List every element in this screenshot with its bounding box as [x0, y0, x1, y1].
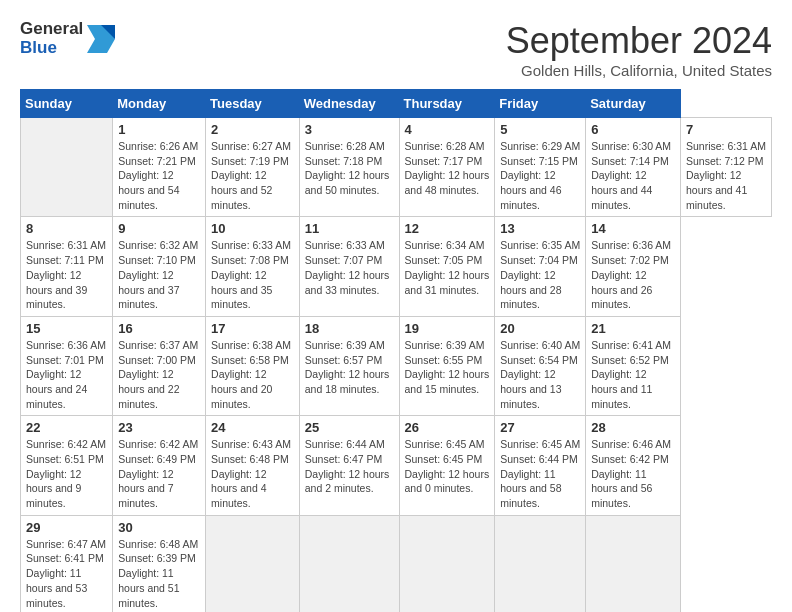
table-row: 4Sunrise: 6:28 AMSunset: 7:17 PMDaylight… [399, 118, 495, 217]
col-thursday: Thursday [399, 90, 495, 118]
day-detail: Sunrise: 6:48 AMSunset: 6:39 PMDaylight:… [118, 537, 200, 610]
day-detail: Sunrise: 6:36 AMSunset: 7:01 PMDaylight:… [26, 338, 107, 411]
day-number: 1 [118, 122, 200, 137]
day-detail: Sunrise: 6:40 AMSunset: 6:54 PMDaylight:… [500, 338, 580, 411]
table-row: 20Sunrise: 6:40 AMSunset: 6:54 PMDayligh… [495, 316, 586, 415]
day-number: 15 [26, 321, 107, 336]
day-detail: Sunrise: 6:39 AMSunset: 6:55 PMDaylight:… [405, 338, 490, 397]
day-detail: Sunrise: 6:44 AMSunset: 6:47 PMDaylight:… [305, 437, 394, 496]
table-row: 12Sunrise: 6:34 AMSunset: 7:05 PMDayligh… [399, 217, 495, 316]
col-friday: Friday [495, 90, 586, 118]
day-detail: Sunrise: 6:45 AMSunset: 6:44 PMDaylight:… [500, 437, 580, 510]
table-row: 28Sunrise: 6:46 AMSunset: 6:42 PMDayligh… [586, 416, 681, 515]
day-detail: Sunrise: 6:46 AMSunset: 6:42 PMDaylight:… [591, 437, 675, 510]
day-detail: Sunrise: 6:41 AMSunset: 6:52 PMDaylight:… [591, 338, 675, 411]
table-row: 6Sunrise: 6:30 AMSunset: 7:14 PMDaylight… [586, 118, 681, 217]
calendar-week-row: 8Sunrise: 6:31 AMSunset: 7:11 PMDaylight… [21, 217, 772, 316]
day-number: 28 [591, 420, 675, 435]
table-row: 13Sunrise: 6:35 AMSunset: 7:04 PMDayligh… [495, 217, 586, 316]
page-header: General Blue September 2024 Golden Hills… [20, 20, 772, 79]
col-monday: Monday [113, 90, 206, 118]
table-row: 2Sunrise: 6:27 AMSunset: 7:19 PMDaylight… [206, 118, 300, 217]
table-row: 30Sunrise: 6:48 AMSunset: 6:39 PMDayligh… [113, 515, 206, 612]
table-row: 18Sunrise: 6:39 AMSunset: 6:57 PMDayligh… [299, 316, 399, 415]
day-number: 3 [305, 122, 394, 137]
day-detail: Sunrise: 6:35 AMSunset: 7:04 PMDaylight:… [500, 238, 580, 311]
col-sunday: Sunday [21, 90, 113, 118]
day-detail: Sunrise: 6:39 AMSunset: 6:57 PMDaylight:… [305, 338, 394, 397]
day-detail: Sunrise: 6:28 AMSunset: 7:17 PMDaylight:… [405, 139, 490, 198]
day-detail: Sunrise: 6:33 AMSunset: 7:07 PMDaylight:… [305, 238, 394, 297]
day-number: 25 [305, 420, 394, 435]
day-detail: Sunrise: 6:45 AMSunset: 6:45 PMDaylight:… [405, 437, 490, 496]
day-detail: Sunrise: 6:43 AMSunset: 6:48 PMDaylight:… [211, 437, 294, 510]
day-detail: Sunrise: 6:36 AMSunset: 7:02 PMDaylight:… [591, 238, 675, 311]
day-number: 23 [118, 420, 200, 435]
title-area: September 2024 Golden Hills, California,… [506, 20, 772, 79]
day-number: 27 [500, 420, 580, 435]
day-detail: Sunrise: 6:31 AMSunset: 7:12 PMDaylight:… [686, 139, 766, 212]
table-row: 21Sunrise: 6:41 AMSunset: 6:52 PMDayligh… [586, 316, 681, 415]
day-detail: Sunrise: 6:29 AMSunset: 7:15 PMDaylight:… [500, 139, 580, 212]
table-row: 22Sunrise: 6:42 AMSunset: 6:51 PMDayligh… [21, 416, 113, 515]
day-number: 4 [405, 122, 490, 137]
day-number: 16 [118, 321, 200, 336]
day-number: 2 [211, 122, 294, 137]
table-row: 26Sunrise: 6:45 AMSunset: 6:45 PMDayligh… [399, 416, 495, 515]
table-row [21, 118, 113, 217]
day-number: 14 [591, 221, 675, 236]
day-detail: Sunrise: 6:42 AMSunset: 6:51 PMDaylight:… [26, 437, 107, 510]
table-row: 14Sunrise: 6:36 AMSunset: 7:02 PMDayligh… [586, 217, 681, 316]
col-tuesday: Tuesday [206, 90, 300, 118]
month-title: September 2024 [506, 20, 772, 62]
table-row: 29Sunrise: 6:47 AMSunset: 6:41 PMDayligh… [21, 515, 113, 612]
day-detail: Sunrise: 6:31 AMSunset: 7:11 PMDaylight:… [26, 238, 107, 311]
day-detail: Sunrise: 6:28 AMSunset: 7:18 PMDaylight:… [305, 139, 394, 198]
table-row: 19Sunrise: 6:39 AMSunset: 6:55 PMDayligh… [399, 316, 495, 415]
table-row [299, 515, 399, 612]
day-detail: Sunrise: 6:34 AMSunset: 7:05 PMDaylight:… [405, 238, 490, 297]
table-row: 25Sunrise: 6:44 AMSunset: 6:47 PMDayligh… [299, 416, 399, 515]
logo-block: General Blue [20, 20, 83, 57]
day-number: 8 [26, 221, 107, 236]
col-wednesday: Wednesday [299, 90, 399, 118]
table-row: 24Sunrise: 6:43 AMSunset: 6:48 PMDayligh… [206, 416, 300, 515]
day-number: 21 [591, 321, 675, 336]
day-number: 6 [591, 122, 675, 137]
day-detail: Sunrise: 6:30 AMSunset: 7:14 PMDaylight:… [591, 139, 675, 212]
day-number: 26 [405, 420, 490, 435]
day-number: 24 [211, 420, 294, 435]
day-number: 29 [26, 520, 107, 535]
table-row: 27Sunrise: 6:45 AMSunset: 6:44 PMDayligh… [495, 416, 586, 515]
table-row: 5Sunrise: 6:29 AMSunset: 7:15 PMDaylight… [495, 118, 586, 217]
col-saturday: Saturday [586, 90, 681, 118]
day-number: 10 [211, 221, 294, 236]
day-number: 17 [211, 321, 294, 336]
table-row: 17Sunrise: 6:38 AMSunset: 6:58 PMDayligh… [206, 316, 300, 415]
day-detail: Sunrise: 6:47 AMSunset: 6:41 PMDaylight:… [26, 537, 107, 610]
header-row: Sunday Monday Tuesday Wednesday Thursday… [21, 90, 772, 118]
calendar-week-row: 15Sunrise: 6:36 AMSunset: 7:01 PMDayligh… [21, 316, 772, 415]
table-row: 11Sunrise: 6:33 AMSunset: 7:07 PMDayligh… [299, 217, 399, 316]
logo: General Blue [20, 20, 115, 57]
table-row: 8Sunrise: 6:31 AMSunset: 7:11 PMDaylight… [21, 217, 113, 316]
day-number: 20 [500, 321, 580, 336]
logo-arrow-icon [87, 25, 115, 53]
day-detail: Sunrise: 6:38 AMSunset: 6:58 PMDaylight:… [211, 338, 294, 411]
calendar-table: Sunday Monday Tuesday Wednesday Thursday… [20, 89, 772, 612]
day-number: 7 [686, 122, 766, 137]
day-detail: Sunrise: 6:37 AMSunset: 7:00 PMDaylight:… [118, 338, 200, 411]
day-number: 22 [26, 420, 107, 435]
location: Golden Hills, California, United States [506, 62, 772, 79]
day-number: 30 [118, 520, 200, 535]
table-row [206, 515, 300, 612]
day-number: 13 [500, 221, 580, 236]
table-row [495, 515, 586, 612]
day-detail: Sunrise: 6:32 AMSunset: 7:10 PMDaylight:… [118, 238, 200, 311]
calendar-week-row: 1Sunrise: 6:26 AMSunset: 7:21 PMDaylight… [21, 118, 772, 217]
day-detail: Sunrise: 6:33 AMSunset: 7:08 PMDaylight:… [211, 238, 294, 311]
day-number: 11 [305, 221, 394, 236]
day-number: 18 [305, 321, 394, 336]
day-number: 9 [118, 221, 200, 236]
day-number: 12 [405, 221, 490, 236]
